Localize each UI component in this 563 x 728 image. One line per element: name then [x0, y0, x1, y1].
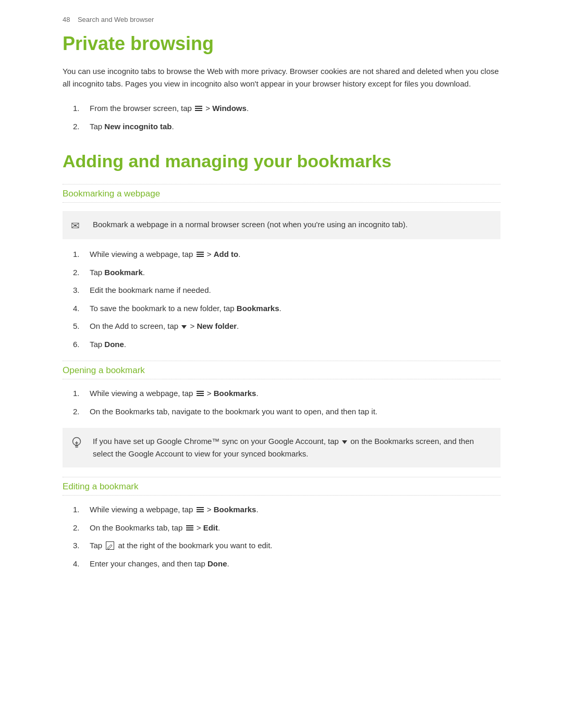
step-bold: New incognito tab	[104, 122, 172, 131]
step-number: 2.	[73, 406, 82, 418]
step-item: 2. On the Bookmarks tab, tap > Edit.	[73, 522, 500, 534]
step-item: 2. On the Bookmarks tab, navigate to the…	[73, 406, 500, 418]
step-number: 4.	[73, 303, 82, 315]
flag-icon: ✉	[71, 218, 85, 232]
step-number: 6.	[73, 339, 82, 351]
step-text: Enter your changes, and then tap Done.	[90, 558, 500, 570]
edit-icon	[106, 541, 114, 550]
step-number: 3.	[73, 540, 82, 552]
step-item: 4. To save the bookmark to a new folder,…	[73, 303, 500, 315]
menu-icon	[197, 252, 204, 257]
subsection-title-editing: Editing a bookmark	[63, 477, 500, 496]
step-item: 6. Tap Done.	[73, 339, 500, 351]
step-bold: Edit	[203, 523, 218, 532]
step-number: 2.	[73, 522, 82, 534]
step-bold: New folder	[197, 322, 237, 330]
private-browsing-title: Private browsing	[63, 33, 500, 55]
step-bold: Done	[104, 340, 124, 349]
step-text: While viewing a webpage, tap > Bookmarks…	[90, 504, 500, 516]
step-number: 1.	[73, 388, 82, 400]
bookmarking-steps: 1. While viewing a webpage, tap > Add to…	[73, 249, 500, 350]
step-item: 5. On the Add to screen, tap > New folde…	[73, 320, 500, 332]
menu-icon	[195, 106, 202, 111]
step-number: 4.	[73, 558, 82, 570]
step-number: 1.	[73, 504, 82, 516]
private-browsing-intro: You can use incognito tabs to browse the…	[63, 65, 500, 90]
step-bold: Bookmarks	[214, 389, 256, 398]
step-text: To save the bookmark to a new folder, ta…	[90, 303, 500, 315]
step-item: 2. Tap New incognito tab.	[73, 121, 500, 133]
page-number-line: 48 Search and Web browser	[63, 16, 500, 23]
step-text: Tap at the right of the bookmark you wan…	[90, 540, 500, 552]
dropdown-arrow-icon	[181, 325, 187, 329]
step-text: On the Add to screen, tap > New folder.	[90, 320, 500, 332]
subsection-title-opening: Opening a bookmark	[63, 361, 500, 379]
step-item: 1. From the browser screen, tap > Window…	[73, 103, 500, 115]
menu-icon	[197, 507, 204, 512]
step-number: 5.	[73, 320, 82, 332]
menu-icon	[186, 525, 193, 530]
step-item: 1. While viewing a webpage, tap > Bookma…	[73, 388, 500, 400]
step-text: On the Bookmarks tab, tap > Edit.	[90, 522, 500, 534]
step-number: 1.	[73, 103, 82, 115]
menu-icon	[197, 391, 204, 396]
step-text: Tap New incognito tab.	[90, 121, 500, 133]
step-bold: Bookmarks	[237, 304, 279, 313]
step-number: 1.	[73, 249, 82, 261]
note-box-bulb: If you have set up Google Chrome™ sync o…	[63, 428, 500, 467]
step-bold: Add to	[214, 250, 238, 258]
step-text: While viewing a webpage, tap > Add to.	[90, 249, 500, 261]
step-item: 4. Enter your changes, and then tap Done…	[73, 558, 500, 570]
step-number: 3.	[73, 285, 82, 297]
step-number: 2.	[73, 267, 82, 279]
note-box-flag: ✉ Bookmark a webpage in a normal browser…	[63, 211, 500, 239]
step-bold: Windows	[212, 104, 247, 113]
step-text: While viewing a webpage, tap > Bookmarks…	[90, 388, 500, 400]
step-item: 1. While viewing a webpage, tap > Bookma…	[73, 504, 500, 516]
step-item: 2. Tap Bookmark.	[73, 267, 500, 279]
bookmarks-title: Adding and managing your bookmarks	[63, 151, 500, 171]
note-text-bookmarking: Bookmark a webpage in a normal browser s…	[93, 218, 408, 231]
step-text: From the browser screen, tap > Windows.	[90, 103, 500, 115]
step-bold: Done	[207, 559, 227, 568]
subsection-title-bookmarking: Bookmarking a webpage	[63, 184, 500, 203]
note-text-opening: If you have set up Google Chrome™ sync o…	[93, 435, 490, 460]
step-text: Edit the bookmark name if needed.	[90, 285, 500, 297]
page-number: 48	[63, 16, 70, 23]
bulb-icon	[71, 435, 85, 451]
step-item: 1. While viewing a webpage, tap > Add to…	[73, 249, 500, 261]
step-number: 2.	[73, 121, 82, 133]
step-item: 3. Tap at the right of the bookmark you …	[73, 540, 500, 552]
editing-steps: 1. While viewing a webpage, tap > Bookma…	[73, 504, 500, 570]
step-bold: Bookmark	[104, 268, 142, 277]
step-text: Tap Bookmark.	[90, 267, 500, 279]
step-item: 3. Edit the bookmark name if needed.	[73, 285, 500, 297]
step-text: On the Bookmarks tab, navigate to the bo…	[90, 406, 500, 418]
private-browsing-steps: 1. From the browser screen, tap > Window…	[73, 103, 500, 132]
opening-steps: 1. While viewing a webpage, tap > Bookma…	[73, 388, 500, 417]
step-bold: Bookmarks	[214, 505, 256, 514]
dropdown-arrow-icon	[342, 440, 347, 444]
page-section-label: Search and Web browser	[78, 16, 154, 23]
step-text: Tap Done.	[90, 339, 500, 351]
